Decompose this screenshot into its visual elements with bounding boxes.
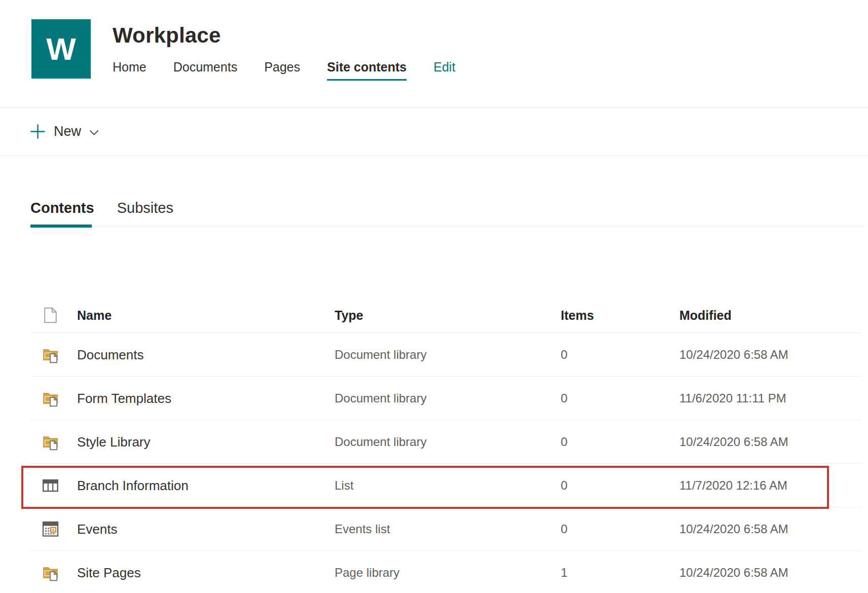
chevron-down-icon	[89, 130, 99, 136]
table-header-row: Name Type Items Modified	[30, 298, 862, 333]
column-header-type[interactable]: Type	[335, 308, 364, 323]
nav-item-pages[interactable]: Pages	[264, 60, 300, 81]
table-row-site-pages[interactable]: Site Pages Page library 1 10/24/2020 6:5…	[30, 551, 862, 593]
type-icon-column-header[interactable]	[41, 307, 60, 324]
table-row-events[interactable]: Events Events list 0 10/24/2020 6:58 AM	[30, 507, 862, 551]
document-library-icon	[41, 432, 60, 451]
table-body: Documents Document library 0 10/24/2020 …	[30, 333, 862, 593]
site-contents-page: W Workplace HomeDocumentsPagesSite conte…	[0, 0, 868, 593]
nav-item-documents[interactable]: Documents	[173, 60, 237, 81]
column-header-modified[interactable]: Modified	[679, 308, 732, 323]
site-nav: HomeDocumentsPagesSite contentsEdit	[113, 60, 455, 81]
site-logo[interactable]: W	[31, 19, 91, 79]
events-icon	[41, 520, 60, 538]
nav-item-site-contents[interactable]: Site contents	[327, 60, 407, 81]
page-library-icon	[41, 563, 60, 582]
column-header-name[interactable]: Name	[77, 308, 112, 323]
new-button-label: New	[54, 124, 81, 139]
tabs-divider	[30, 226, 865, 227]
tab-subsites[interactable]: Subsites	[117, 199, 173, 217]
table-row-style-library[interactable]: Style Library Document library 0 10/24/2…	[30, 420, 862, 464]
contents-table: Name Type Items Modified Documents Docum…	[30, 298, 862, 593]
nav-item-home[interactable]: Home	[113, 60, 147, 81]
active-tab-underline	[30, 225, 92, 228]
command-bar: New	[0, 107, 868, 156]
site-logo-letter: W	[46, 33, 76, 65]
plus-icon	[29, 123, 46, 140]
new-button[interactable]: New	[29, 123, 99, 140]
pivot-tabs: ContentsSubsites	[30, 199, 173, 217]
list-icon	[41, 476, 60, 494]
page-icon	[44, 307, 57, 324]
column-header-items[interactable]: Items	[561, 308, 594, 323]
table-row-documents[interactable]: Documents Document library 0 10/24/2020 …	[30, 333, 862, 377]
table-row-branch-information[interactable]: Branch Information List 0 11/7/2020 12:1…	[30, 464, 862, 507]
nav-item-edit[interactable]: Edit	[433, 60, 455, 81]
document-library-icon	[41, 389, 60, 407]
table-row-form-templates[interactable]: Form Templates Document library 0 11/6/2…	[30, 377, 862, 420]
document-library-icon	[41, 345, 60, 364]
tab-contents[interactable]: Contents	[30, 199, 94, 217]
site-title: Workplace	[113, 23, 221, 48]
